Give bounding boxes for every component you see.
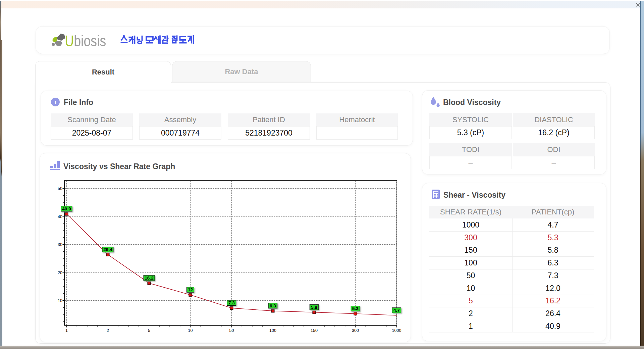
svg-text:4.7: 4.7 (393, 308, 400, 313)
svg-text:20: 20 (58, 270, 62, 275)
svg-text:5.8: 5.8 (311, 305, 317, 310)
svg-text:50: 50 (58, 186, 62, 191)
svg-text:50: 50 (229, 328, 234, 333)
svg-text:100: 100 (269, 328, 276, 333)
svg-text:16.2: 16.2 (145, 276, 153, 281)
svg-text:10: 10 (188, 328, 193, 333)
svg-text:7.3: 7.3 (228, 300, 235, 305)
svg-text:26.4: 26.4 (103, 247, 112, 252)
svg-text:40: 40 (58, 214, 62, 219)
svg-text:6.3: 6.3 (270, 303, 276, 308)
svg-text:1: 1 (65, 328, 68, 333)
svg-text:2: 2 (107, 328, 109, 333)
svg-text:150: 150 (311, 328, 318, 333)
svg-text:10: 10 (58, 298, 62, 303)
svg-text:5.3: 5.3 (352, 306, 359, 311)
svg-text:40.9: 40.9 (62, 206, 71, 211)
svg-text:30: 30 (58, 242, 62, 247)
svg-text:12: 12 (188, 287, 193, 292)
svg-text:5: 5 (148, 328, 150, 333)
svg-text:1000: 1000 (392, 328, 401, 333)
svg-text:300: 300 (352, 328, 359, 333)
